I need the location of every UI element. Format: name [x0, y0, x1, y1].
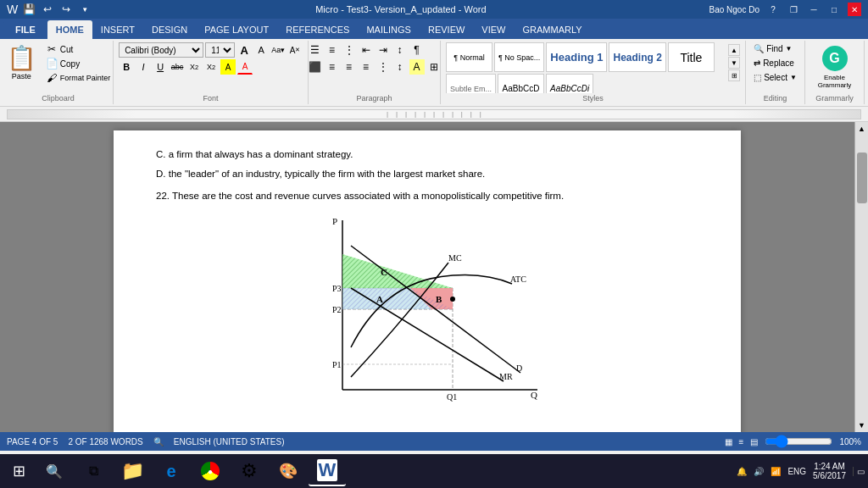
tab-review[interactable]: REVIEW [420, 20, 473, 39]
bullets-btn[interactable]: ☰ [308, 42, 323, 58]
close-btn[interactable]: ✕ [848, 3, 861, 16]
taskbar-word[interactable]: W [309, 456, 346, 486]
document-scroll[interactable]: C. a firm that always has a dominant str… [0, 122, 854, 432]
font-family-select[interactable]: Calibri (Body) [119, 42, 203, 58]
grammarly-label: Grammarly [805, 94, 864, 103]
taskbar-task-view[interactable]: ⧉ [75, 456, 112, 486]
show-marks-btn[interactable]: ¶ [409, 42, 425, 58]
clear-format-btn[interactable]: A✕ [287, 42, 303, 58]
view-web-btn[interactable]: ≡ [739, 437, 744, 446]
scroll-up-btn[interactable]: ▲ [855, 122, 869, 136]
line-spacing-btn[interactable]: ↕ [392, 59, 408, 75]
style-title[interactable]: Title [668, 42, 715, 72]
svg-text:ATC: ATC [510, 274, 526, 284]
numbering-btn[interactable]: ≡ [325, 42, 340, 58]
align-center-btn[interactable]: ≡ [325, 59, 340, 75]
clock-time: 1:24 AM [813, 462, 846, 471]
volume-icon[interactable]: 🔊 [754, 467, 764, 476]
strikethrough-btn[interactable]: abc [170, 59, 185, 75]
style-aabbccdc1[interactable]: AaBbCcD [498, 74, 544, 93]
align-left-btn[interactable]: ⬛ [308, 59, 323, 75]
scroll-down-btn[interactable]: ▼ [855, 419, 869, 432]
sort-btn[interactable]: ↕ [392, 42, 408, 58]
style-heading2[interactable]: Heading 2 [609, 42, 665, 72]
track-changes-icon[interactable]: 🔍 [153, 437, 164, 446]
bold-btn[interactable]: B [119, 59, 134, 75]
style-normal[interactable]: ¶ Normal [446, 42, 492, 72]
highlight-btn[interactable]: A [220, 59, 236, 75]
subscript-btn[interactable]: X2 [186, 59, 202, 75]
cut-button[interactable]: ✂ Cut [43, 42, 114, 56]
tab-home[interactable]: HOME [47, 20, 92, 39]
align-justify-btn[interactable]: ≡ [359, 59, 374, 75]
view-normal-btn[interactable]: ▦ [725, 437, 732, 446]
taskbar-settings[interactable]: ⚙ [231, 456, 268, 486]
scrollbar-thumb[interactable] [857, 152, 867, 203]
find-button[interactable]: 🔍 Find ▼ [750, 42, 800, 55]
qa-undo[interactable]: ↩ [40, 2, 55, 17]
multilevel-btn[interactable]: ⋮ [342, 42, 357, 58]
notification-icon[interactable]: 🔔 [737, 467, 747, 476]
tab-mailings[interactable]: MAILINGS [358, 20, 420, 39]
styles-scroll-down[interactable]: ▼ [728, 57, 740, 69]
font-size-select[interactable]: 11 [205, 42, 235, 58]
styles-more[interactable]: ⊞ [728, 69, 740, 81]
taskbar-file-explorer[interactable]: 📁 [114, 456, 151, 486]
svg-text:Q1: Q1 [447, 392, 457, 402]
superscript-btn[interactable]: X2 [203, 59, 219, 75]
copy-button[interactable]: 📄 Copy [43, 57, 114, 70]
maximize-btn[interactable]: □ [827, 3, 841, 16]
restore-btn[interactable]: ❐ [787, 3, 800, 16]
font-color-btn[interactable]: A [237, 59, 253, 75]
zoom-slider[interactable] [765, 435, 832, 448]
format-painter-button[interactable]: 🖌 Format Painter [43, 71, 114, 85]
language-indicator[interactable]: ENG [787, 467, 806, 476]
column-btn[interactable]: ⋮ [376, 59, 391, 75]
border-btn[interactable]: ⊞ [426, 59, 442, 75]
enable-grammarly-btn[interactable]: G EnableGrammarly [813, 42, 857, 92]
change-case-btn[interactable]: Aa▾ [270, 42, 286, 58]
show-desktop-btn[interactable]: ▭ [853, 467, 865, 476]
tab-page-layout[interactable]: PAGE LAYOUT [196, 20, 277, 39]
style-heading1[interactable]: Heading 1 [546, 42, 607, 72]
tab-file[interactable]: FILE [3, 20, 47, 39]
taskbar-paint[interactable]: 🎨 [270, 456, 307, 486]
language[interactable]: ENGLISH (UNITED STATES) [174, 437, 285, 446]
increase-indent-btn[interactable]: ⇥ [376, 42, 391, 58]
taskbar-chrome[interactable]: ● [192, 456, 229, 486]
underline-btn[interactable]: U [153, 59, 168, 75]
qa-save[interactable]: 💾 [21, 2, 36, 17]
select-button[interactable]: ⬚ Select ▼ [750, 71, 800, 84]
help-btn[interactable]: ? [766, 3, 780, 16]
view-read-btn[interactable]: ▤ [750, 437, 758, 446]
tab-insert[interactable]: INSERT [92, 20, 143, 39]
taskbar-clock[interactable]: 1:24 AM 5/6/2017 [813, 462, 846, 480]
zoom-level[interactable]: 100% [839, 437, 861, 446]
taskbar-search[interactable]: 🔍 [36, 456, 73, 486]
vertical-scrollbar[interactable]: ▲ ▼ [854, 122, 868, 432]
styles-scroll-up[interactable]: ▲ [728, 44, 740, 56]
style-aabbccdc2[interactable]: AaBbCcDi [546, 74, 593, 93]
taskbar-right: 🔔 🔊 📶 ENG 1:24 AM 5/6/2017 ▭ [737, 462, 865, 480]
paste-button[interactable]: 📋 Paste [3, 42, 40, 82]
replace-button[interactable]: ⇄ Replace [750, 57, 800, 69]
tab-references[interactable]: REFERENCES [277, 20, 358, 39]
svg-marker-17 [342, 254, 453, 288]
style-subtitle[interactable]: Subtle Em... [446, 74, 496, 93]
font-shrink-btn[interactable]: A [253, 42, 269, 58]
tab-grammarly[interactable]: GRAMMARLY [514, 20, 590, 39]
start-button[interactable]: ⊞ [3, 456, 34, 486]
minimize-btn[interactable]: ─ [807, 3, 821, 16]
qa-redo[interactable]: ↪ [58, 2, 74, 17]
taskbar-edge[interactable]: e [153, 456, 190, 486]
shading-btn[interactable]: A [409, 59, 425, 75]
tab-design[interactable]: DESIGN [143, 20, 196, 39]
qa-dropdown[interactable]: ▼ [77, 2, 92, 17]
italic-btn[interactable]: I [136, 59, 151, 75]
style-no-spacing[interactable]: ¶ No Spac... [494, 42, 544, 72]
network-icon[interactable]: 📶 [771, 467, 781, 476]
decrease-indent-btn[interactable]: ⇤ [359, 42, 374, 58]
align-right-btn[interactable]: ≡ [342, 59, 357, 75]
tab-view[interactable]: VIEW [473, 20, 514, 39]
font-grow-btn[interactable]: A [236, 42, 252, 58]
